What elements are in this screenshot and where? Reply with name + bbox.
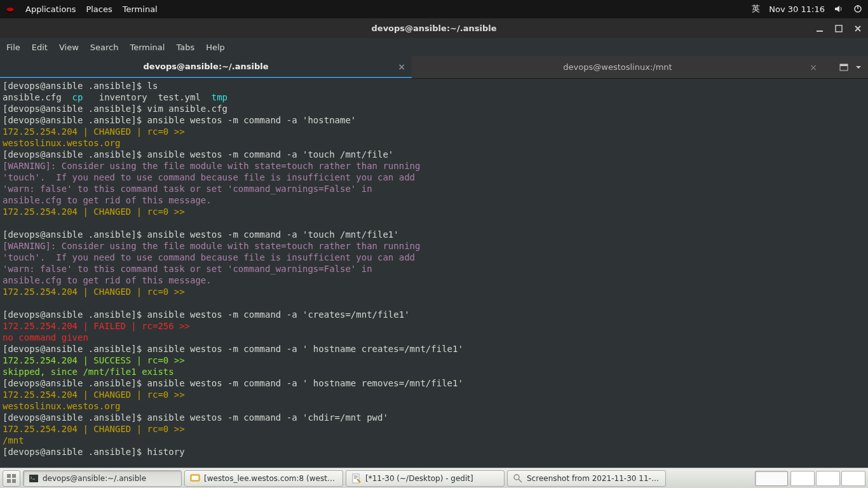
svg-rect-9 [12, 479, 16, 483]
svg-rect-6 [7, 474, 11, 478]
svg-point-14 [514, 475, 519, 480]
menu-terminal[interactable]: Terminal [130, 43, 165, 52]
image-viewer-icon [513, 473, 523, 484]
new-tab-button[interactable] [839, 62, 849, 72]
term-line: [devops@ansible .ansible]$ ls [3, 81, 158, 91]
menu-view[interactable]: View [59, 43, 79, 52]
term-line: [devops@ansible .ansible]$ vim ansible.c… [3, 104, 227, 114]
workspace-2[interactable] [816, 471, 840, 486]
places-menu[interactable]: Places [86, 4, 112, 14]
term-line: [devops@ansible .ansible]$ ansible westo… [3, 378, 463, 388]
menubar: File Edit View Search Terminal Tabs Help [0, 38, 868, 56]
term-warning: [WARNING]: Consider using the file modul… [3, 241, 420, 251]
term-warning: ansible.cfg to get rid of this message. [3, 195, 212, 205]
term-status-success: 172.25.254.204 | SUCCESS | rc=0 >> [3, 355, 185, 365]
term-status-changed: 172.25.254.204 | CHANGED | rc=0 >> [3, 126, 185, 137]
term-status-changed: 172.25.254.204 | CHANGED | rc=0 >> [3, 390, 185, 400]
menu-tabs[interactable]: Tabs [176, 43, 194, 52]
task-terminal[interactable]: devops@ansible:~/.ansible [23, 470, 182, 487]
term-warning: [WARNING]: Consider using the file modul… [3, 161, 420, 171]
svg-rect-2 [817, 30, 823, 32]
tab-bar: devops@ansible:~/.ansible × devops@westo… [0, 56, 868, 79]
maximize-button[interactable] [835, 25, 844, 32]
redhat-logo-icon [5, 4, 15, 14]
term-line: ansible.cfg [3, 92, 72, 102]
task-label: [*11-30 (~/Desktop) - gedit] [365, 474, 473, 483]
term-warning: 'touch'. If you need to use command beca… [3, 172, 415, 182]
gedit-icon [351, 473, 362, 484]
menu-search[interactable]: Search [90, 43, 119, 52]
term-line: [devops@ansible .ansible]$ ansible westo… [3, 149, 393, 159]
svg-rect-5 [840, 64, 848, 66]
power-icon[interactable] [853, 4, 863, 14]
term-status-failed: 172.25.254.204 | FAILED | rc=256 >> [3, 321, 190, 331]
term-line: [devops@ansible .ansible]$ ansible westo… [3, 115, 356, 125]
term-error: no command given [3, 332, 88, 342]
gnome-top-panel: Applications Places Terminal 英 Nov 30 11… [0, 0, 868, 18]
volume-icon[interactable] [834, 4, 844, 14]
clock[interactable]: Nov 30 11:16 [769, 4, 825, 14]
term-line: [devops@ansible .ansible]$ ansible westo… [3, 344, 463, 354]
task-label: [westos_lee.westos.com:8 (westos)... [204, 474, 337, 483]
term-line: inventory test.yml [83, 92, 211, 102]
tab-close-icon[interactable]: × [810, 62, 817, 72]
terminal-output[interactable]: [devops@ansible .ansible]$ ls ansible.cf… [0, 79, 868, 468]
task-screenshot[interactable]: Screenshot from 2021-11-30 11-0... [507, 470, 666, 487]
term-warning: 'warn: false' to this command task or se… [3, 264, 372, 274]
close-button[interactable] [854, 25, 863, 32]
task-remote[interactable]: [westos_lee.westos.com:8 (westos)... [184, 470, 343, 487]
tab-westoslinux[interactable]: devops@westoslinux:/mnt × [412, 56, 824, 78]
term-warning: 'warn: false' to this command task or se… [3, 184, 372, 194]
remote-desktop-icon [190, 473, 200, 484]
svg-rect-7 [12, 474, 16, 478]
term-dir: cp [72, 92, 83, 102]
svg-rect-12 [192, 476, 198, 480]
task-gedit[interactable]: [*11-30 (~/Desktop) - gedit] [346, 470, 505, 487]
svg-rect-10 [29, 475, 38, 482]
terminal-window: devops@ansible:~/.ansible File Edit View… [0, 18, 868, 468]
tab-menu-chevron-icon[interactable] [855, 64, 862, 71]
task-label: Screenshot from 2021-11-30 11-0... [527, 474, 660, 483]
tab-label: devops@ansible:~/.ansible [144, 62, 269, 71]
svg-rect-3 [836, 25, 842, 32]
term-line: [devops@ansible .ansible]$ ansible westo… [3, 412, 388, 423]
term-warning: 'touch'. If you need to use command beca… [3, 252, 415, 262]
taskbar: devops@ansible:~/.ansible [westos_lee.we… [0, 468, 868, 488]
term-output: skipped, since /mnt/file1 exists [3, 367, 174, 377]
window-titlebar[interactable]: devops@ansible:~/.ansible [0, 18, 868, 38]
term-line: [devops@ansible .ansible]$ history [3, 447, 185, 457]
menu-file[interactable]: File [6, 43, 20, 52]
term-line: [devops@ansible .ansible]$ ansible westo… [3, 309, 410, 320]
ime-indicator[interactable]: 英 [752, 3, 760, 15]
notification-area[interactable] [755, 471, 788, 486]
term-status-changed: 172.25.254.204 | CHANGED | rc=0 >> [3, 424, 185, 434]
term-line: [devops@ansible .ansible]$ ansible westo… [3, 229, 399, 240]
term-warning: ansible.cfg to get rid of this message. [3, 275, 212, 285]
term-output: westoslinux.westos.org [3, 138, 120, 148]
tab-ansible[interactable]: devops@ansible:~/.ansible × [0, 56, 412, 78]
show-desktop-button[interactable] [3, 470, 20, 487]
terminal-menu[interactable]: Terminal [123, 4, 158, 14]
workspace-pager[interactable] [790, 471, 865, 486]
window-title: devops@ansible:~/.ansible [372, 24, 497, 33]
term-dir: tmp [212, 92, 227, 102]
menu-help[interactable]: Help [206, 43, 225, 52]
applications-menu[interactable]: Applications [25, 4, 76, 14]
svg-rect-8 [7, 479, 11, 483]
task-label: devops@ansible:~/.ansible [43, 474, 146, 483]
tab-close-icon[interactable]: × [398, 62, 405, 72]
term-output: westoslinux.westos.org [3, 401, 120, 411]
term-status-changed: 172.25.254.204 | CHANGED | rc=0 >> [3, 287, 185, 297]
workspace-1[interactable] [790, 471, 815, 486]
minimize-button[interactable] [816, 25, 825, 32]
workspace-3[interactable] [841, 471, 865, 486]
term-status-changed: 172.25.254.204 | CHANGED | rc=0 >> [3, 207, 185, 217]
term-output: /mnt [3, 435, 24, 445]
tab-label: devops@westoslinux:/mnt [563, 62, 672, 72]
menu-edit[interactable]: Edit [32, 43, 48, 52]
terminal-icon [29, 473, 39, 484]
